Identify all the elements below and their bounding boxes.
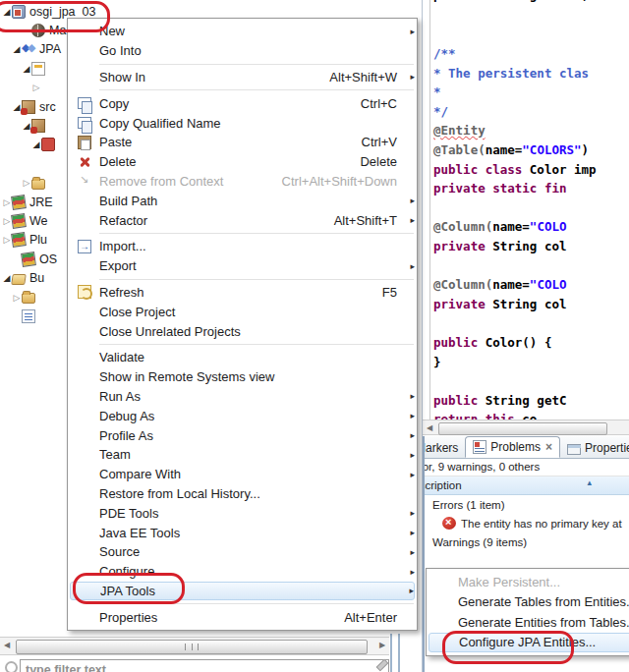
menu-item-refresh[interactable]: RefreshF5 xyxy=(68,283,417,303)
submenu-arrow-icon: ▸ xyxy=(403,411,415,420)
problems-row-error[interactable]: The entity has no primary key at xyxy=(425,514,629,532)
menu-item-label: Build Path xyxy=(99,194,403,208)
code-lines: /** * The persistent clas * */@Entity@Ta… xyxy=(433,44,597,420)
submenu-item-label: Generate Entities from Tables... xyxy=(458,615,629,630)
menu-item-team[interactable]: Team▸ xyxy=(68,445,417,465)
submenu-item-generate-tables-from-entities-[interactable]: Generate Tables from Entities... xyxy=(427,592,629,613)
submenu-item-make-persistent-[interactable]: Make Persistent... xyxy=(427,572,629,592)
tree-item-label: We xyxy=(29,214,48,228)
persistence-file-icon xyxy=(31,62,45,76)
build-file-icon xyxy=(22,309,35,323)
menu-item-pde-tools[interactable]: PDE Tools▸ xyxy=(68,503,417,523)
menu-item-refactor[interactable]: RefactorAlt+Shift+T▸ xyxy=(68,210,417,230)
scrollbar-thumb[interactable] xyxy=(438,422,607,435)
scroll-left-icon[interactable]: ◀ xyxy=(423,421,436,433)
menu-item-properties[interactable]: PropertiesAlt+Enter xyxy=(68,607,417,627)
code-line: @Entity xyxy=(433,121,597,140)
menu-item-label: Compare With xyxy=(99,467,403,481)
menu-item-label: Remove from Context xyxy=(99,174,282,189)
problems-icon xyxy=(473,440,486,454)
submenu-arrow-icon: ▸ xyxy=(403,196,415,205)
menu-item-label: Copy xyxy=(99,96,361,111)
close-icon[interactable]: × xyxy=(545,440,552,454)
source-folder-error-icon xyxy=(22,100,35,114)
java-editor[interactable]: private String color; /** * The persiste… xyxy=(423,0,629,420)
problems-row-group[interactable]: Errors (1 item) xyxy=(425,495,629,514)
menu-item-go-into[interactable]: Go Into xyxy=(68,41,417,61)
tab-label: Markers xyxy=(425,441,458,455)
annotation-oval-jpa-tools xyxy=(73,573,185,604)
menu-item-compare-with[interactable]: Compare With▸ xyxy=(68,465,417,484)
library-icon xyxy=(11,213,27,229)
expanded-arrow-icon[interactable]: ◢ xyxy=(31,140,41,149)
menu-item-label: New xyxy=(99,24,403,38)
tab-properties[interactable]: Properties xyxy=(560,438,629,458)
submenu-item-generate-entities-from-tables-[interactable]: Generate Entities from Tables... xyxy=(427,612,629,633)
tree-item-label: JRE xyxy=(29,196,53,209)
menu-item-label: Java EE Tools xyxy=(99,526,403,540)
menu-item-debug-as[interactable]: Debug As▸ xyxy=(68,406,417,425)
collapsed-arrow-icon[interactable]: ▷ xyxy=(12,293,22,303)
collapsed-arrow-icon[interactable]: ▷ xyxy=(31,83,41,92)
menu-item-show-in[interactable]: Show InAlt+Shift+W▸ xyxy=(68,68,417,87)
submenu-arrow-icon: ▸ xyxy=(403,528,415,537)
submenu-arrow-icon: ▸ xyxy=(403,261,415,271)
refresh-icon xyxy=(78,285,91,299)
menu-item-shortcut: Alt+Shift+W xyxy=(329,70,397,84)
menu-item-label: Profile As xyxy=(99,428,403,443)
code-line: @Table(name="COLORS") xyxy=(433,140,597,160)
menu-item-validate[interactable]: Validate xyxy=(68,348,417,367)
menu-item-label: Run As xyxy=(99,389,403,404)
menu-item-copy[interactable]: CopyCtrl+C xyxy=(68,93,417,113)
menu-item-restore-from-local-history-[interactable]: Restore from Local History... xyxy=(68,484,417,504)
code-line: /** xyxy=(433,44,597,64)
menu-item-close-project[interactable]: Close Project xyxy=(68,302,417,321)
code-line: @Column(name="COLO xyxy=(433,217,597,237)
tab-problems[interactable]: Problems× xyxy=(465,436,560,458)
description-column-header[interactable]: Description ▴ xyxy=(425,476,629,495)
panel-sash[interactable] xyxy=(398,634,400,672)
menu-item-run-as[interactable]: Run As▸ xyxy=(68,387,417,407)
submenu-arrow-icon: ▸ xyxy=(403,72,415,82)
code-line: private String col xyxy=(433,295,597,314)
menu-item-remove-from-context[interactable]: Remove from ContextCtrl+Alt+Shift+Down xyxy=(68,172,417,192)
scrollbar-thumb[interactable] xyxy=(16,640,368,654)
menu-item-copy-qualified-name[interactable]: Copy Qualified Name xyxy=(68,113,417,133)
tree-item-label: OS xyxy=(39,252,57,266)
scroll-right-icon[interactable]: ▶ xyxy=(375,639,389,650)
tab-markers[interactable]: Markers xyxy=(425,438,465,458)
menu-item-export[interactable]: Export▸ xyxy=(68,256,417,276)
tree-horizontal-scrollbar[interactable]: ◀ ▶ xyxy=(0,637,389,655)
collapsed-arrow-icon[interactable]: ▷ xyxy=(22,178,31,188)
menu-icon-gutter xyxy=(70,240,99,253)
code-line: private String color; xyxy=(433,0,589,5)
menu-item-label: Show In xyxy=(99,70,329,84)
menu-item-close-unrelated-projects[interactable]: Close Unrelated Projects xyxy=(68,321,417,341)
menu-item-paste[interactable]: PasteCtrl+V xyxy=(68,133,417,152)
menu-separator xyxy=(99,64,414,65)
problems-row-group[interactable]: Warnings (9 items) xyxy=(425,532,629,551)
code-line: */ xyxy=(433,102,597,122)
expanded-arrow-icon[interactable]: ◢ xyxy=(2,273,12,283)
expanded-arrow-icon[interactable]: ◢ xyxy=(12,44,22,54)
scroll-left-icon[interactable]: ◀ xyxy=(0,639,14,650)
folder-icon xyxy=(22,293,35,304)
expanded-arrow-icon[interactable]: ◢ xyxy=(22,64,31,74)
menu-item-new[interactable]: New▸ xyxy=(68,22,417,41)
folder-open-icon xyxy=(11,274,27,285)
menu-item-source[interactable]: Source▸ xyxy=(68,542,417,562)
menu-item-build-path[interactable]: Build Path▸ xyxy=(68,191,417,210)
menu-item-java-ee-tools[interactable]: Java EE Tools▸ xyxy=(68,523,417,542)
menu-item-import-[interactable]: Import... xyxy=(68,237,417,256)
editor-horizontal-scrollbar[interactable]: ◀ xyxy=(423,420,629,435)
filter-input[interactable] xyxy=(20,659,389,672)
menu-icon-gutter xyxy=(70,285,99,299)
menu-item-show-in-remote-systems-view[interactable]: Show in Remote Systems view xyxy=(68,367,417,387)
menu-item-delete[interactable]: DeleteDelete xyxy=(68,152,417,172)
submenu-arrow-icon: ▸ xyxy=(403,27,415,36)
menu-item-profile-as[interactable]: Profile As▸ xyxy=(68,425,417,445)
menu-separator xyxy=(99,233,414,234)
tab-label: Properties xyxy=(585,441,629,455)
menu-separator xyxy=(99,279,414,280)
copy-qualified-name-icon xyxy=(78,117,91,129)
